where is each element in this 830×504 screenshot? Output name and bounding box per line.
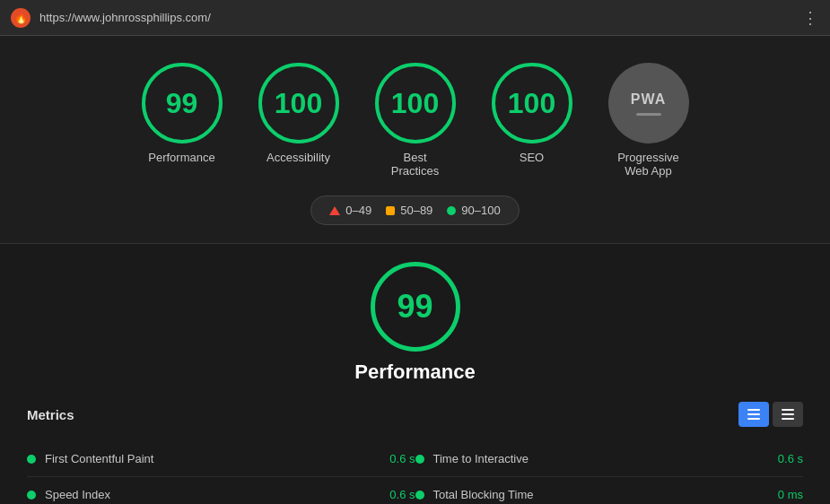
perf-score-title: Performance xyxy=(354,361,476,384)
performance-detail-section: 99 Performance Metrics xyxy=(0,244,830,504)
browser-menu-icon[interactable]: ⋮ xyxy=(802,8,819,28)
score-value-accessibility: 100 xyxy=(275,87,322,120)
metric-name-tti: Time to Interactive xyxy=(433,452,769,465)
metric-row-fcp: First Contentful Paint 0.6 s xyxy=(27,441,415,477)
score-circle-performance: 99 xyxy=(142,63,223,143)
score-label-accessibility: Accessibility xyxy=(266,151,330,164)
grid-view-button[interactable] xyxy=(773,402,803,427)
svg-text:🔥: 🔥 xyxy=(14,11,28,24)
browser-url: https://www.johnrossphillips.com/ xyxy=(39,11,802,24)
pass-circle-icon xyxy=(447,206,456,215)
metrics-right-column: Time to Interactive 0.6 s Total Blocking… xyxy=(415,441,804,504)
metric-name-tbt: Total Blocking Time xyxy=(433,488,769,501)
metric-dot-tti xyxy=(415,455,424,464)
browser-logo-icon: 🔥 xyxy=(11,8,31,28)
metric-value-fcp: 0.6 s xyxy=(389,452,415,465)
average-square-icon xyxy=(386,206,395,215)
perf-score-display: 99 Performance xyxy=(27,262,803,384)
metrics-header: Metrics xyxy=(27,402,803,427)
score-value-seo: 100 xyxy=(508,87,555,120)
legend-range-average: 50–89 xyxy=(400,204,432,217)
metric-value-si: 0.6 s xyxy=(389,488,415,501)
score-value-best-practices: 100 xyxy=(391,87,439,120)
metric-value-tbt: 0 ms xyxy=(778,488,803,501)
score-item-seo[interactable]: 100 SEO xyxy=(492,63,572,164)
perf-score-value: 99 xyxy=(397,288,432,326)
pwa-circle: PWA xyxy=(608,63,689,143)
metric-dot-fcp xyxy=(27,455,36,464)
pwa-dash-icon xyxy=(636,113,661,116)
legend: 0–49 50–89 90–100 xyxy=(310,196,519,225)
scores-section: 99 Performance 100 Accessibility 100 Bes… xyxy=(0,36,830,244)
metrics-label: Metrics xyxy=(27,407,74,422)
legend-range-fail: 0–49 xyxy=(345,204,371,217)
view-toggle xyxy=(738,402,803,427)
score-circle-best-practices: 100 xyxy=(375,63,456,143)
metric-row-tti: Time to Interactive 0.6 s xyxy=(415,441,804,477)
score-circle-seo: 100 xyxy=(492,63,572,143)
metrics-grid: First Contentful Paint 0.6 s Speed Index… xyxy=(27,441,803,504)
legend-item-average: 50–89 xyxy=(386,204,432,217)
metric-row-tbt: Total Blocking Time 0 ms xyxy=(415,477,804,504)
pwa-badge-text: PWA xyxy=(631,91,666,108)
score-value-performance: 99 xyxy=(166,87,198,120)
score-label-seo: SEO xyxy=(520,151,544,164)
legend-item-pass: 90–100 xyxy=(447,204,500,217)
metric-name-si: Speed Index xyxy=(45,488,380,501)
score-item-accessibility[interactable]: 100 Accessibility xyxy=(258,63,339,164)
metric-dot-tbt xyxy=(415,491,424,500)
metric-row-si: Speed Index 0.6 s xyxy=(27,477,415,504)
score-item-best-practices[interactable]: 100 BestPractices xyxy=(375,63,456,178)
browser-bar: 🔥 https://www.johnrossphillips.com/ ⋮ xyxy=(0,0,830,36)
legend-range-pass: 90–100 xyxy=(461,204,500,217)
score-item-pwa[interactable]: PWA ProgressiveWeb App xyxy=(608,63,689,178)
score-label-pwa: ProgressiveWeb App xyxy=(617,151,679,178)
list-view-icon xyxy=(747,409,760,420)
legend-item-fail: 0–49 xyxy=(329,204,371,217)
metric-value-tti: 0.6 s xyxy=(778,452,803,465)
score-label-best-practices: BestPractices xyxy=(391,151,439,178)
grid-view-icon xyxy=(782,409,794,420)
metric-name-fcp: First Contentful Paint xyxy=(45,452,380,465)
scores-row: 99 Performance 100 Accessibility 100 Bes… xyxy=(142,63,689,178)
score-circle-accessibility: 100 xyxy=(258,63,339,143)
perf-score-circle-large: 99 xyxy=(371,262,460,352)
metric-dot-si xyxy=(27,491,36,500)
list-view-button[interactable] xyxy=(738,402,769,427)
score-label-performance: Performance xyxy=(148,151,214,164)
score-item-performance[interactable]: 99 Performance xyxy=(142,63,223,164)
metrics-left-column: First Contentful Paint 0.6 s Speed Index… xyxy=(27,441,415,504)
fail-triangle-icon xyxy=(329,206,340,215)
